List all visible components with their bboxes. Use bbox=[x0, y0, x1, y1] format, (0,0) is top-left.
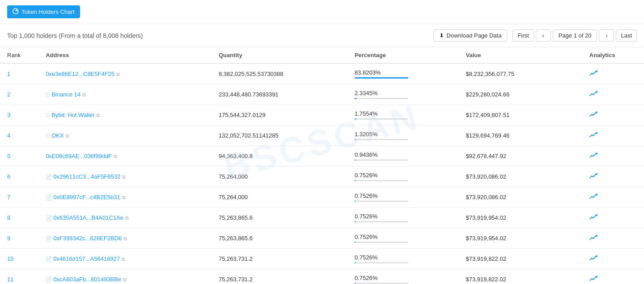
percentage-text: 0.7526% bbox=[355, 192, 452, 199]
percentage-bar bbox=[355, 221, 408, 222]
contract-icon: 📄 bbox=[46, 256, 52, 262]
address-cell: ⬡OKX⧉ bbox=[38, 125, 212, 146]
address-link[interactable]: OKX bbox=[51, 132, 64, 139]
value-cell: $73,920,086.02 bbox=[459, 187, 582, 208]
contract-icon: 📄 bbox=[46, 195, 52, 200]
quantity-cell: 75,263,865.6 bbox=[212, 228, 347, 249]
address-link[interactable]: 0xE08c69AE...036f89ddF bbox=[46, 153, 112, 159]
percentage-bar-container: 0.9436% bbox=[355, 151, 452, 161]
copy-icon[interactable]: ⧉ bbox=[66, 133, 69, 139]
copy-icon[interactable]: ⧉ bbox=[123, 236, 127, 242]
address-cell: 0xE08c69AE...036f89ddF⧉ bbox=[38, 146, 212, 167]
percentage-fill bbox=[355, 77, 408, 79]
address-link[interactable]: 0xF399342c...628EF2BD6 bbox=[53, 235, 122, 242]
col-quantity: Quantity bbox=[212, 47, 347, 63]
analytics-chart-icon[interactable] bbox=[589, 132, 597, 139]
copy-icon[interactable]: ⧉ bbox=[96, 113, 100, 118]
copy-icon[interactable]: ⧉ bbox=[122, 256, 125, 262]
percentage-bar bbox=[355, 98, 408, 99]
percentage-cell: 0.7526% bbox=[347, 269, 459, 284]
analytics-cell bbox=[582, 228, 644, 249]
analytics-chart-icon[interactable] bbox=[589, 193, 597, 201]
copy-icon[interactable]: ⧉ bbox=[123, 277, 127, 283]
address-cell: ⬡Bybit: Hot Wallet⧉ bbox=[38, 105, 212, 125]
address-link[interactable]: Bybit: Hot Wallet bbox=[51, 112, 94, 118]
quantity-cell: 233,448,480.73693391 bbox=[212, 84, 347, 105]
address-link[interactable]: 0x0E8997cF...c4B2E5b31 bbox=[53, 194, 120, 200]
value-cell: $8,232,356,077.75 bbox=[459, 63, 582, 84]
percentage-text: 0.7526% bbox=[355, 172, 452, 179]
analytics-chart-icon[interactable] bbox=[589, 173, 597, 180]
percentage-bar bbox=[355, 242, 408, 243]
first-page-button[interactable]: First bbox=[513, 29, 534, 42]
percentage-text: 0.7526% bbox=[355, 213, 452, 220]
analytics-chart-icon[interactable] bbox=[589, 276, 597, 283]
percentage-bar bbox=[355, 180, 408, 181]
table-row: 4⬡OKX⧉132,052,702.51141285 1.3205% $129,… bbox=[0, 125, 644, 146]
page-indicator: Page 1 of 20 bbox=[553, 29, 597, 42]
table-header-row: Rank Address Quantity Percentage Value A… bbox=[0, 47, 644, 63]
quantity-cell: 132,052,702.51141285 bbox=[212, 125, 347, 146]
analytics-chart-icon[interactable] bbox=[589, 214, 597, 221]
analytics-chart-icon[interactable] bbox=[589, 234, 597, 242]
quantity-cell: 75,263,731.2 bbox=[212, 249, 347, 269]
percentage-cell: 0.7526% bbox=[347, 167, 459, 187]
address-link[interactable]: 0x635A551A...B4A01C1Ae bbox=[53, 214, 123, 221]
next-page-button[interactable]: › bbox=[599, 29, 614, 42]
address-link[interactable]: 0x4616d157...A56416927 bbox=[53, 255, 120, 262]
percentage-bar-container: 83.8203% bbox=[355, 69, 452, 79]
table-row: 50xE08c69AE...036f89ddF⧉94,363,400.8 0.9… bbox=[0, 146, 644, 167]
copy-icon[interactable]: ⧉ bbox=[114, 154, 117, 159]
percentage-fill bbox=[355, 262, 356, 263]
copy-icon[interactable]: ⧉ bbox=[116, 71, 120, 77]
col-analytics: Analytics bbox=[582, 47, 644, 63]
rank-cell: 5 bbox=[0, 146, 38, 167]
analytics-cell bbox=[582, 269, 644, 284]
value-cell: $92,678,447.92 bbox=[459, 146, 582, 167]
contract-icon: 📄 bbox=[46, 215, 52, 221]
copy-icon[interactable]: ⧉ bbox=[122, 174, 126, 180]
percentage-fill bbox=[355, 159, 356, 161]
table-row: 3⬡Bybit: Hot Wallet⧉175,544,327.0129 1.7… bbox=[0, 105, 644, 125]
value-cell: $73,920,086.02 bbox=[459, 167, 582, 187]
address-cell: 📄0xcA603aFb...801493BBe⧉ bbox=[38, 269, 212, 284]
analytics-chart-icon[interactable] bbox=[589, 152, 597, 160]
address-link[interactable]: 0x29611cC3...4aF5F8532 bbox=[53, 173, 120, 180]
copy-icon[interactable]: ⧉ bbox=[125, 215, 129, 221]
analytics-chart-icon[interactable] bbox=[589, 70, 597, 78]
analytics-cell bbox=[582, 249, 644, 269]
value-cell: $73,919,822.02 bbox=[459, 249, 582, 269]
quantity-cell: 75,263,731.2 bbox=[212, 269, 347, 284]
analytics-chart-icon[interactable] bbox=[589, 91, 597, 98]
last-page-button[interactable]: Last bbox=[616, 29, 637, 42]
address-cell: 📄0x635A551A...B4A01C1Ae⧉ bbox=[38, 208, 212, 228]
percentage-bar-container: 0.7526% bbox=[355, 275, 452, 284]
percentage-text: 0.9436% bbox=[355, 151, 452, 158]
address-cell: 0xe3e86E12...C8E5F4F25⧉ bbox=[38, 63, 212, 84]
contract-icon: 📄 bbox=[46, 277, 52, 282]
contract-icon: 📄 bbox=[46, 236, 52, 241]
prev-page-button[interactable]: ‹ bbox=[536, 29, 551, 42]
col-rank: Rank bbox=[0, 47, 38, 63]
holder-count-text: Top 1,000 holders (From a total of 8,008… bbox=[7, 32, 143, 39]
download-button[interactable]: ⬇ Download Page Data bbox=[433, 29, 508, 42]
rank-cell: 9 bbox=[0, 228, 38, 249]
rank-cell: 6 bbox=[0, 167, 38, 187]
token-chart-label: Token Holders Chart bbox=[21, 8, 75, 15]
analytics-chart-icon[interactable] bbox=[589, 111, 597, 119]
header-bar: Token Holders Chart bbox=[0, 0, 644, 24]
table-row: 6📄0x29611cC3...4aF5F8532⧉75,264,000 0.75… bbox=[0, 167, 644, 187]
download-icon: ⬇ bbox=[439, 32, 444, 39]
analytics-cell bbox=[582, 84, 644, 105]
address-link[interactable]: Binance 14 bbox=[51, 91, 80, 98]
copy-icon[interactable]: ⧉ bbox=[122, 195, 126, 200]
analytics-chart-icon[interactable] bbox=[589, 255, 597, 263]
percentage-fill bbox=[355, 118, 356, 120]
address-link[interactable]: 0xe3e86E12...C8E5F4F25 bbox=[46, 71, 114, 77]
percentage-bar-container: 0.7526% bbox=[355, 234, 452, 243]
copy-icon[interactable]: ⧉ bbox=[82, 92, 86, 98]
percentage-cell: 0.9436% bbox=[347, 146, 459, 167]
token-chart-button[interactable]: Token Holders Chart bbox=[7, 5, 80, 18]
address-link[interactable]: 0xcA603aFb...801493BBe bbox=[53, 276, 121, 283]
quantity-cell: 175,544,327.0129 bbox=[212, 105, 347, 125]
